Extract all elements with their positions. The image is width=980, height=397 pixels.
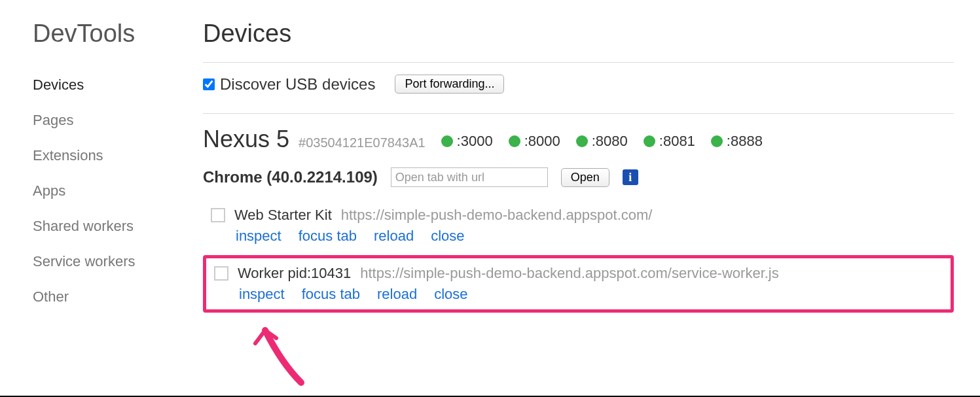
tab-entry-highlighted: Worker pid:10431 https://simple-push-dem… <box>203 255 954 313</box>
port-label: :8080 <box>592 133 628 150</box>
tab-action-reload[interactable]: reload <box>377 286 417 303</box>
open-button[interactable]: Open <box>561 168 609 187</box>
top-controls: Discover USB devices Port forwarding... <box>203 75 954 94</box>
status-dot-icon <box>576 135 588 147</box>
sidebar-item-shared-workers[interactable]: Shared workers <box>33 209 177 244</box>
device-id: #03504121E07843A1 <box>299 135 426 150</box>
status-dot-icon <box>644 135 655 147</box>
sidebar-item-pages[interactable]: Pages <box>33 103 177 138</box>
sidebar-title: DevTools <box>33 20 177 48</box>
port-8888: :8888 <box>711 133 763 150</box>
info-icon[interactable]: i <box>623 169 638 185</box>
port-8080: :8080 <box>576 133 628 150</box>
port-forwarding-button[interactable]: Port forwarding... <box>395 75 504 94</box>
browser-row: Chrome (40.0.2214.109) Open i <box>203 167 954 187</box>
device-name: Nexus 5 <box>203 126 289 153</box>
port-label: :8888 <box>727 133 763 150</box>
tab-action-close[interactable]: close <box>431 228 464 245</box>
open-tab-url-input[interactable] <box>391 167 548 187</box>
tab-action-inspect[interactable]: inspect <box>236 228 281 245</box>
tab-checkbox[interactable] <box>214 266 228 281</box>
sidebar-item-apps[interactable]: Apps <box>33 173 177 209</box>
tab-action-focus[interactable]: focus tab <box>299 228 357 245</box>
tab-title: Worker pid:10431 <box>238 265 351 282</box>
tab-url: https://simple-push-demo-backend.appspot… <box>341 207 653 224</box>
tab-action-focus[interactable]: focus tab <box>302 286 360 303</box>
tab-action-close[interactable]: close <box>434 286 467 303</box>
discover-usb-label: Discover USB devices <box>220 75 375 94</box>
status-dot-icon <box>711 135 723 147</box>
port-8081: :8081 <box>644 133 695 150</box>
port-8000: :8000 <box>509 133 560 150</box>
port-label: :3000 <box>457 133 493 150</box>
discover-usb-checkbox[interactable] <box>203 78 215 90</box>
sidebar-item-other[interactable]: Other <box>33 279 177 315</box>
status-dot-icon <box>509 135 520 147</box>
page-title: Devices <box>203 20 954 48</box>
port-label: :8000 <box>524 133 560 150</box>
sidebar-item-extensions[interactable]: Extensions <box>33 138 177 173</box>
browser-label: Chrome (40.0.2214.109) <box>203 168 378 186</box>
tab-action-reload[interactable]: reload <box>374 228 414 245</box>
tab-entry: Web Starter Kit https://simple-push-demo… <box>203 200 954 251</box>
discover-usb-checkbox-wrap[interactable]: Discover USB devices <box>203 75 375 94</box>
port-label: :8081 <box>659 133 695 150</box>
tab-action-inspect[interactable]: inspect <box>239 286 285 303</box>
sidebar: DevTools Devices Pages Extensions Apps S… <box>0 20 177 396</box>
tab-url: https://simple-push-demo-backend.appspot… <box>360 265 779 282</box>
status-dot-icon <box>441 135 453 147</box>
device-header: Nexus 5 #03504121E07843A1 :3000 :8000 :8… <box>203 126 954 153</box>
divider <box>203 62 954 63</box>
sidebar-item-devices[interactable]: Devices <box>33 67 177 103</box>
main-content: Devices Discover USB devices Port forwar… <box>177 20 980 396</box>
port-3000: :3000 <box>441 133 493 150</box>
sidebar-item-service-workers[interactable]: Service workers <box>33 244 177 279</box>
tab-title: Web Starter Kit <box>234 207 332 224</box>
divider <box>203 113 954 114</box>
tab-checkbox[interactable] <box>211 208 225 222</box>
